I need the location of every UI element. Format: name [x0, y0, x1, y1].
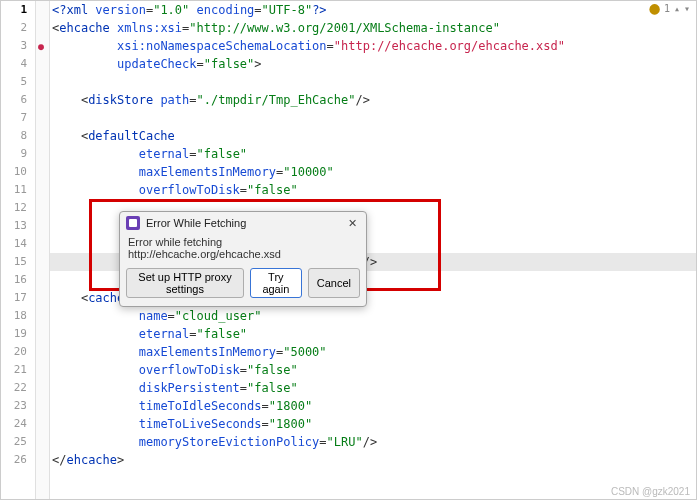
line-number-gutter: 1234567891011121314151617181920212223242… — [1, 1, 36, 499]
code-line[interactable]: <diskStore path="./tmpdir/Tmp_EhCache"/> — [50, 91, 696, 109]
close-icon[interactable]: ✕ — [345, 217, 360, 230]
inspection-widget[interactable]: ⬤ 1 ▴ ▾ — [649, 3, 690, 14]
line-number: 10 — [1, 163, 35, 181]
code-line[interactable]: overflowToDisk="false" — [50, 361, 696, 379]
code-line[interactable] — [50, 73, 696, 91]
code-line[interactable]: name="cloud_user" — [50, 307, 696, 325]
line-number: 16 — [1, 271, 35, 289]
warning-icon: ⬤ — [649, 3, 660, 14]
line-number: 14 — [1, 235, 35, 253]
line-number: 7 — [1, 109, 35, 127]
line-number: 6 — [1, 91, 35, 109]
line-number: 21 — [1, 361, 35, 379]
code-line[interactable] — [50, 109, 696, 127]
code-line[interactable]: xsi:noNamespaceSchemaLocation="http://eh… — [50, 37, 696, 55]
try-again-button[interactable]: Try again — [250, 268, 302, 298]
error-dialog: Error While Fetching ✕ Error while fetch… — [119, 211, 367, 307]
line-number: 19 — [1, 325, 35, 343]
line-number: 4 — [1, 55, 35, 73]
line-number: 23 — [1, 397, 35, 415]
line-number: 3 — [1, 37, 35, 55]
code-line[interactable]: <defaultCache — [50, 127, 696, 145]
dialog-title: Error While Fetching — [146, 217, 345, 229]
line-number: 17 — [1, 289, 35, 307]
line-number: 8 — [1, 127, 35, 145]
line-number: 20 — [1, 343, 35, 361]
code-line[interactable]: maxElementsInMemory="10000" — [50, 163, 696, 181]
line-number: 1 — [1, 1, 35, 19]
code-line[interactable]: <?xml version="1.0" encoding="UTF-8"?> — [50, 1, 696, 19]
warning-count: 1 — [664, 3, 670, 14]
code-line[interactable]: diskPersistent="false" — [50, 379, 696, 397]
watermark: CSDN @gzk2021 — [611, 486, 690, 497]
line-number: 24 — [1, 415, 35, 433]
code-line[interactable]: memoryStoreEvictionPolicy="LRU"/> — [50, 433, 696, 451]
dialog-message: Error while fetching http://ehcache.org/… — [120, 234, 366, 264]
prev-icon[interactable]: ▴ — [674, 3, 680, 14]
code-line[interactable]: timeToIdleSeconds="1800" — [50, 397, 696, 415]
code-line[interactable]: <ehcache xmlns:xsi="http://www.w3.org/20… — [50, 19, 696, 37]
code-line[interactable]: updateCheck="false"> — [50, 55, 696, 73]
line-number: 13 — [1, 217, 35, 235]
code-line[interactable]: eternal="false" — [50, 145, 696, 163]
line-number: 25 — [1, 433, 35, 451]
code-line[interactable]: overflowToDisk="false" — [50, 181, 696, 199]
proxy-settings-button[interactable]: Set up HTTP proxy settings — [126, 268, 244, 298]
error-marker-gutter: ● — [36, 1, 50, 499]
line-number: 18 — [1, 307, 35, 325]
code-line[interactable]: maxElementsInMemory="5000" — [50, 343, 696, 361]
line-number: 15 — [1, 253, 35, 271]
code-line[interactable]: eternal="false" — [50, 325, 696, 343]
code-line[interactable]: </ehcache> — [50, 451, 696, 469]
line-number: 2 — [1, 19, 35, 37]
code-line[interactable]: timeToLiveSeconds="1800" — [50, 415, 696, 433]
cancel-button[interactable]: Cancel — [308, 268, 360, 298]
error-marker-icon[interactable]: ● — [38, 41, 48, 51]
line-number: 26 — [1, 451, 35, 469]
line-number: 12 — [1, 199, 35, 217]
next-icon[interactable]: ▾ — [684, 3, 690, 14]
line-number: 11 — [1, 181, 35, 199]
line-number: 9 — [1, 145, 35, 163]
line-number: 22 — [1, 379, 35, 397]
app-icon — [126, 216, 140, 230]
line-number: 5 — [1, 73, 35, 91]
